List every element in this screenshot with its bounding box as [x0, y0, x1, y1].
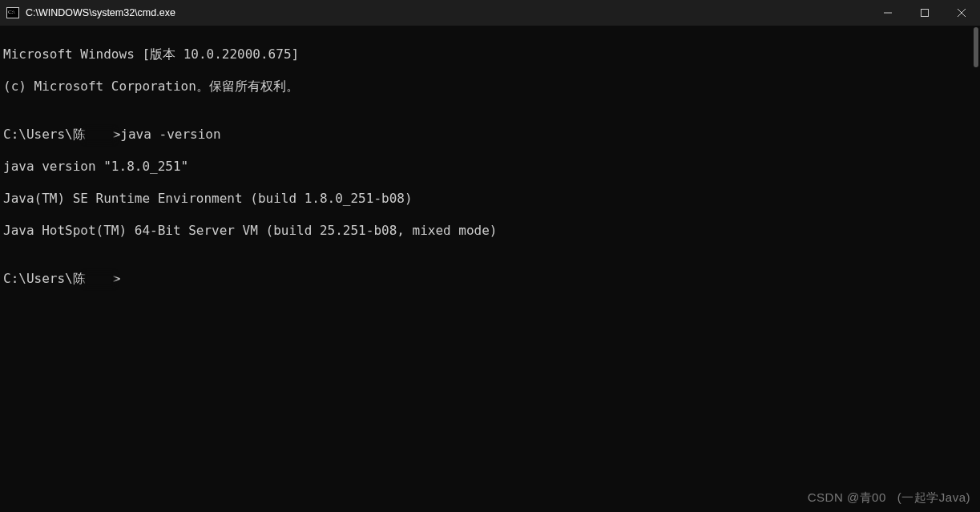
output-line: Microsoft Windows [版本 10.0.22000.675] — [3, 46, 977, 62]
title-left: C:\ C:\WINDOWS\system32\cmd.exe — [6, 6, 175, 19]
window-title: C:\WINDOWS\system32\cmd.exe — [26, 7, 175, 18]
close-button[interactable] — [943, 0, 980, 26]
output-line: java version "1.8.0_251" — [3, 159, 977, 175]
svg-text:C:\: C:\ — [8, 9, 15, 15]
terminal-output[interactable]: Microsoft Windows [版本 10.0.22000.675] (c… — [0, 26, 980, 512]
prompt-line: C:\Users\陈>java -version — [3, 127, 977, 143]
cmd-icon: C:\ — [6, 6, 19, 19]
output-line: Java HotSpot(TM) 64-Bit Server VM (build… — [3, 223, 977, 239]
svg-rect-3 — [922, 10, 929, 17]
redacted-username — [84, 272, 115, 287]
title-bar: C:\ C:\WINDOWS\system32\cmd.exe — [0, 0, 980, 26]
minimize-button[interactable] — [869, 0, 906, 26]
redacted-username — [84, 128, 115, 143]
maximize-button[interactable] — [906, 0, 943, 26]
output-line: (c) Microsoft Corporation。保留所有权利。 — [3, 79, 977, 95]
watermark-right: (一起学Java) — [897, 490, 970, 506]
window-controls — [869, 0, 980, 26]
scrollbar-thumb[interactable] — [974, 27, 978, 67]
prompt-line: C:\Users\陈> — [3, 271, 977, 287]
output-line: Java(TM) SE Runtime Environment (build 1… — [3, 191, 977, 207]
watermark-left: CSDN @青00 — [808, 490, 886, 506]
watermark: CSDN @青00 (一起学Java) — [808, 490, 970, 506]
